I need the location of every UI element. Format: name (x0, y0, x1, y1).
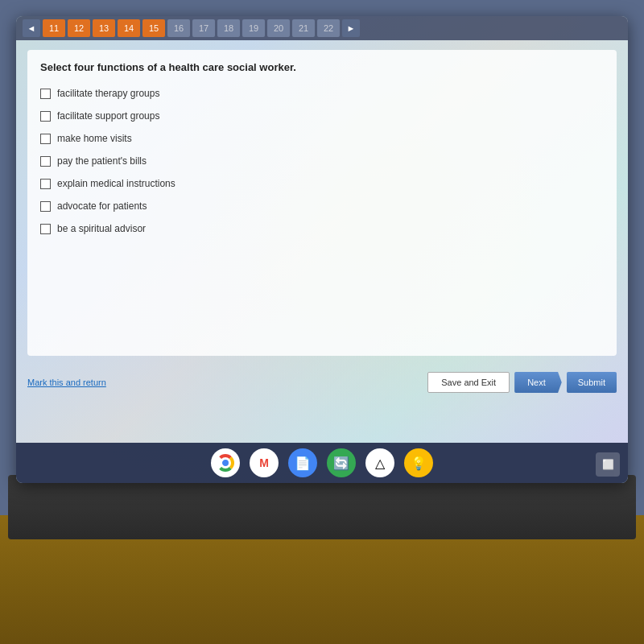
submit-button[interactable]: Submit (567, 372, 617, 393)
option-label-2: facilitate support groups (57, 110, 159, 122)
checkbox-1[interactable] (40, 89, 51, 99)
nav-num-20[interactable]: 20 (267, 19, 290, 37)
checkbox-3[interactable] (40, 134, 51, 144)
option-label-7: be a spiritual advisor (57, 223, 146, 234)
taskbar: M 📄 🔄 △ 💡 ⬜ (16, 443, 628, 483)
drive-icon[interactable]: △ (365, 448, 394, 477)
option-label-1: facilitate therapy groups (57, 88, 159, 99)
quiz-container: ◄ 11 12 13 14 15 16 17 18 19 20 21 22 ► … (16, 16, 628, 443)
window-manager-icon[interactable]: ⬜ (596, 452, 620, 477)
save-exit-button[interactable]: Save and Exit (427, 372, 510, 393)
nav-num-16[interactable]: 16 (167, 19, 190, 37)
nav-bar: ◄ 11 12 13 14 15 16 17 18 19 20 21 22 ► (16, 16, 628, 40)
nav-num-22[interactable]: 22 (317, 19, 340, 37)
action-bar: Mark this and return Save and Exit Next … (16, 365, 628, 399)
option-label-5: explain medical instructions (57, 178, 175, 189)
checkbox-7[interactable] (40, 224, 51, 234)
nav-num-21[interactable]: 21 (292, 19, 315, 37)
option-2[interactable]: facilitate support groups (40, 110, 604, 122)
checkbox-4[interactable] (40, 156, 51, 167)
docs-icon[interactable]: 📄 (288, 448, 317, 477)
next-arrow[interactable]: ► (342, 19, 360, 37)
question-title: Select four functions of a health care s… (40, 61, 604, 73)
option-5[interactable]: explain medical instructions (40, 178, 604, 189)
nav-num-17[interactable]: 17 (192, 19, 215, 37)
question-panel: Select four functions of a health care s… (27, 50, 617, 356)
sync-icon[interactable]: 🔄 (327, 448, 356, 477)
nav-num-14[interactable]: 14 (118, 19, 140, 37)
chrome-ring (217, 454, 234, 472)
option-label-6: advocate for patients (57, 200, 147, 212)
keep-icon[interactable]: 💡 (404, 448, 433, 477)
prev-arrow[interactable]: ◄ (23, 19, 40, 37)
gmail-icon[interactable]: M (250, 448, 279, 477)
option-7[interactable]: be a spiritual advisor (40, 223, 604, 234)
action-buttons: Save and Exit Next Submit (427, 372, 617, 393)
option-6[interactable]: advocate for patients (40, 200, 604, 212)
option-4[interactable]: pay the patient's bills (40, 155, 604, 167)
nav-num-11[interactable]: 11 (43, 19, 65, 37)
laptop-screen: ◄ 11 12 13 14 15 16 17 18 19 20 21 22 ► … (16, 16, 628, 483)
option-3[interactable]: make home visits (40, 133, 604, 144)
nav-num-13[interactable]: 13 (93, 19, 115, 37)
option-label-3: make home visits (57, 133, 132, 144)
chrome-icon[interactable] (211, 448, 240, 477)
nav-num-18[interactable]: 18 (217, 19, 240, 37)
checkbox-5[interactable] (40, 179, 51, 189)
nav-num-15[interactable]: 15 (142, 19, 165, 37)
option-1[interactable]: facilitate therapy groups (40, 88, 604, 99)
mark-return-link[interactable]: Mark this and return (27, 378, 106, 387)
checkbox-2[interactable] (40, 111, 51, 122)
checkbox-6[interactable] (40, 201, 51, 212)
nav-num-12[interactable]: 12 (68, 19, 90, 37)
laptop-base (8, 475, 636, 539)
option-label-4: pay the patient's bills (57, 155, 147, 167)
nav-num-19[interactable]: 19 (242, 19, 265, 37)
next-button[interactable]: Next (514, 372, 562, 393)
